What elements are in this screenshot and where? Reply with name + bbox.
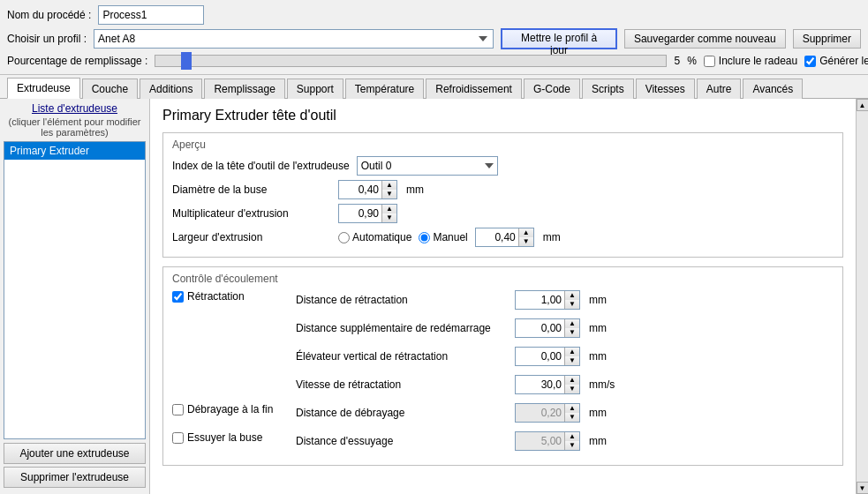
multiplicateur-input[interactable] — [339, 205, 381, 222]
support-checkbox-label[interactable]: Générer le support — [804, 55, 868, 67]
apercu-label: Aperçu — [172, 138, 834, 151]
tab-temperature[interactable]: Température — [345, 79, 424, 99]
dist-debrayage-down[interactable]: ▼ — [565, 413, 579, 422]
largeur-manuel-radio[interactable] — [419, 232, 430, 243]
diametre-spin: ▲ ▼ — [338, 180, 397, 199]
retractation-label[interactable]: Rétractation — [172, 290, 287, 303]
tab-couche[interactable]: Couche — [82, 79, 138, 99]
tab-remplissage[interactable]: Remplissage — [204, 79, 284, 99]
tab-support[interactable]: Support — [287, 79, 343, 99]
dist-debrayage-unit: mm — [589, 407, 607, 419]
tab-autre[interactable]: Autre — [697, 79, 742, 99]
elevateur-label: Élévateur vertical de rétractation — [296, 350, 508, 363]
dist-retract-label: Distance de rétractation — [296, 294, 508, 306]
dist-suppl-up[interactable]: ▲ — [565, 319, 579, 328]
update-profile-button[interactable]: Mettre le profil à jour — [501, 28, 617, 49]
largeur-manuel-label[interactable]: Manuel — [419, 231, 467, 243]
dist-essuyage-up[interactable]: ▲ — [565, 432, 579, 441]
multiplicateur-up[interactable]: ▲ — [382, 205, 396, 213]
apercu-section: Aperçu Index de la tête d'outil de l'ext… — [162, 132, 843, 258]
dist-essuyage-row: Distance d'essuyage ▲ ▼ mm — [296, 431, 607, 451]
nom-label: Nom du procédé : — [7, 9, 91, 21]
scroll-track[interactable] — [857, 111, 869, 482]
dist-debrayage-input[interactable] — [516, 404, 564, 422]
multiplicateur-label: Multiplicateur d'extrusion — [172, 207, 331, 220]
tab-refroidissement[interactable]: Refroidissement — [426, 79, 522, 99]
elevateur-up[interactable]: ▲ — [565, 348, 579, 356]
essuyer-checkbox[interactable] — [172, 432, 184, 444]
dist-essuyage-down[interactable]: ▼ — [565, 441, 579, 450]
largeur-label: Largeur d'extrusion — [172, 231, 331, 243]
dist-retract-up[interactable]: ▲ — [565, 291, 579, 300]
tab-gcode[interactable]: G-Code — [524, 79, 580, 99]
largeur-down[interactable]: ▼ — [519, 237, 533, 246]
dist-essuyage-spin-btns: ▲ ▼ — [564, 432, 579, 450]
debrayage-label[interactable]: Débrayage à la fin — [172, 403, 287, 415]
largeur-spin: ▲ ▼ — [475, 228, 534, 247]
dist-essuyage-input[interactable] — [516, 432, 564, 450]
largeur-auto-label[interactable]: Automatique — [338, 231, 411, 243]
tabs-bar: Extrudeuse Couche Additions Remplissage … — [0, 77, 868, 99]
multiplicateur-row: Multiplicateur d'extrusion ▲ ▼ — [172, 204, 834, 223]
dist-retract-input[interactable] — [516, 291, 564, 309]
tab-scripts[interactable]: Scripts — [582, 79, 634, 99]
dist-suppl-down[interactable]: ▼ — [565, 328, 579, 337]
add-extruder-button[interactable]: Ajouter une extrudeuse — [4, 443, 146, 464]
delete-button[interactable]: Supprimer — [793, 29, 861, 49]
dist-essuyage-spin: ▲ ▼ — [515, 431, 580, 451]
multiplicateur-spin: ▲ ▼ — [338, 204, 397, 223]
sidebar-subtitle: (cliquer l'élément pour modifier les par… — [4, 116, 146, 138]
elevateur-input[interactable] — [516, 348, 564, 365]
diametre-input[interactable] — [339, 181, 381, 198]
raft-checkbox[interactable] — [704, 56, 715, 67]
debrayage-checkbox[interactable] — [172, 404, 184, 415]
dist-retract-spin: ▲ ▼ — [515, 290, 580, 310]
index-select[interactable]: Outil 0 — [357, 156, 498, 176]
vitesse-retract-input[interactable] — [516, 376, 564, 393]
dist-essuyage-unit: mm — [589, 435, 607, 447]
diametre-up[interactable]: ▲ — [382, 181, 396, 190]
extruder-item[interactable]: Primary Extruder — [4, 142, 145, 160]
support-checkbox[interactable] — [804, 56, 816, 67]
main-panel: Primary Extruder tête d'outil Aperçu Ind… — [150, 99, 856, 494]
dist-debrayage-label: Distance de débrayage — [296, 407, 508, 419]
retractation-checkbox[interactable] — [172, 291, 184, 303]
largeur-auto-radio[interactable] — [338, 232, 350, 243]
scroll-down[interactable]: ▼ — [857, 482, 869, 494]
ecoulement-section: Contrôle d'écoulement Rétractation Dista… — [162, 266, 843, 466]
ecoulement-label: Contrôle d'écoulement — [172, 273, 834, 285]
save-new-button[interactable]: Sauvegarder comme nouveau — [624, 29, 786, 49]
tab-avances[interactable]: Avancés — [743, 79, 803, 99]
tab-vitesses[interactable]: Vitesses — [636, 79, 695, 99]
nom-input[interactable] — [98, 5, 204, 25]
sidebar-title[interactable]: Liste d'extrudeuse — [4, 102, 146, 115]
largeur-up[interactable]: ▲ — [519, 228, 533, 237]
fill-slider[interactable] — [155, 55, 667, 67]
vitesse-retract-up[interactable]: ▲ — [565, 376, 579, 385]
vitesse-retract-down[interactable]: ▼ — [565, 385, 579, 393]
dist-suppl-label: Distance supplémentaire de redémarrage — [296, 322, 508, 334]
scroll-up[interactable]: ▲ — [857, 99, 869, 111]
raft-checkbox-label[interactable]: Inclure le radeau — [704, 55, 797, 67]
dist-suppl-unit: mm — [589, 322, 607, 334]
fill-unit: % — [687, 55, 697, 67]
retractation-text: Rétractation — [187, 290, 245, 303]
tab-additions[interactable]: Additions — [140, 79, 202, 99]
diametre-down[interactable]: ▼ — [382, 190, 396, 198]
dist-debrayage-up[interactable]: ▲ — [565, 404, 579, 413]
remove-extruder-button[interactable]: Supprimer l'extrudeuse — [4, 467, 146, 488]
essuyer-row: Essuyer la buse Distance d'essuyage ▲ ▼ — [172, 431, 834, 455]
dist-suppl-input[interactable] — [516, 319, 564, 337]
dist-retract-down[interactable]: ▼ — [565, 300, 579, 309]
multiplicateur-down[interactable]: ▼ — [382, 213, 396, 222]
elevateur-spin: ▲ ▼ — [515, 347, 580, 366]
essuyer-label[interactable]: Essuyer la buse — [172, 431, 287, 444]
largeur-row: Largeur d'extrusion Automatique Manuel — [172, 228, 834, 247]
largeur-input[interactable] — [476, 228, 518, 246]
profil-select[interactable]: Anet A8 — [94, 29, 494, 49]
vitesse-retract-unit: mm/s — [589, 378, 615, 391]
raft-label: Inclure le radeau — [719, 55, 797, 67]
tab-extrudeuse[interactable]: Extrudeuse — [7, 78, 80, 99]
elevateur-down[interactable]: ▼ — [565, 356, 579, 365]
fill-label: Pourcentage de remplissage : — [7, 55, 147, 67]
